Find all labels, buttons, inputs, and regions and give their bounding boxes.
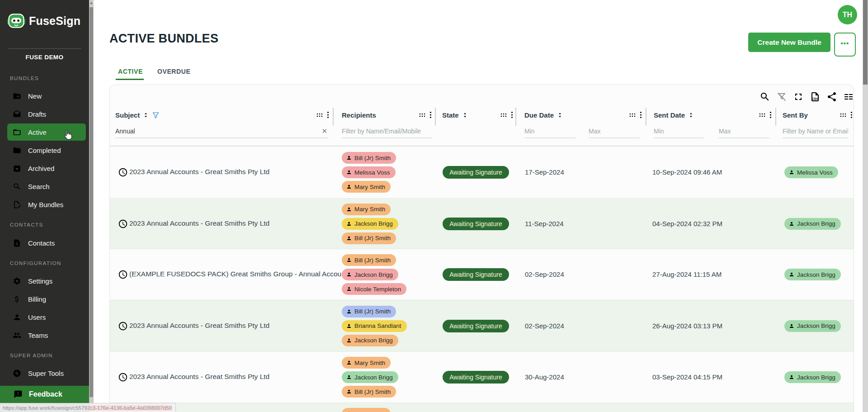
tab-active[interactable]: ACTIVE — [118, 68, 143, 75]
due-date-min-input[interactable] — [524, 125, 576, 137]
recipients-list: Bill (Jr) Smith Jackson Brigg Nicole Tem… — [342, 249, 406, 300]
sort-icon[interactable] — [462, 112, 468, 118]
recipient-chip: Mary Smith — [342, 408, 391, 412]
column-menu-icon[interactable] — [429, 111, 432, 118]
column-header-state[interactable]: State — [442, 110, 468, 120]
share-icon[interactable] — [826, 91, 837, 102]
column-menu-icon[interactable] — [640, 111, 642, 118]
feedback-button[interactable]: Feedback — [0, 386, 89, 403]
column-menu-icon[interactable] — [850, 111, 853, 118]
filter-off-icon[interactable] — [776, 91, 787, 102]
drag-handle-icon[interactable] — [840, 113, 846, 117]
sidebar-item-users[interactable]: Users — [0, 308, 89, 326]
due-date: 30-Aug-2024 — [525, 373, 564, 381]
drag-handle-icon[interactable] — [629, 113, 636, 117]
sidebar-item-billing[interactable]: Billing — [0, 290, 89, 308]
page-title: ACTIVE BUNDLES — [109, 32, 218, 46]
bundle-row[interactable]: 2023 Annual Accounts - Great Smiths Pty … — [110, 351, 854, 403]
sidebar-item-my-bundles[interactable]: My Bundles — [0, 196, 89, 213]
sent-date-min-input[interactable] — [654, 125, 703, 137]
brand-logo[interactable]: FuseSign — [6, 11, 80, 31]
sent-by-filter-input[interactable] — [783, 125, 848, 137]
bundle-subject[interactable]: 2023 Annual Accounts - Great Smiths Pty … — [129, 373, 269, 381]
sidebar-item-contacts[interactable]: Contacts — [0, 234, 89, 251]
more-actions-button[interactable]: ••• — [834, 33, 856, 57]
table-toolbar — [760, 91, 854, 102]
sidebar-item-completed[interactable]: Completed — [0, 142, 89, 159]
column-header-due-date[interactable]: Due Date — [524, 110, 563, 120]
column-header-recipients[interactable]: Recipients — [342, 110, 376, 120]
sidebar-scrollbar[interactable] — [89, 0, 94, 412]
bundle-subject[interactable]: 2023 Annual Accounts - Great Smiths Pty … — [129, 168, 269, 176]
export-csv-icon[interactable] — [810, 91, 821, 102]
due-date-max-input[interactable] — [589, 125, 640, 137]
sent-by-chip: Jackson Brigg — [784, 218, 841, 230]
column-separator — [646, 108, 646, 126]
create-new-bundle-button[interactable]: Create New Bundle — [748, 33, 830, 52]
state-badge: Awaiting Signature — [443, 268, 509, 281]
page-scrollbar[interactable] — [863, 0, 868, 412]
tenant-name: FUSE DEMO — [0, 54, 89, 61]
clear-filter-icon[interactable]: ✕ — [321, 127, 327, 135]
column-separator — [775, 108, 776, 126]
filter-active-icon[interactable] — [152, 111, 160, 119]
drag-handle-icon[interactable] — [419, 113, 425, 117]
recipients-list: Mary Smith — [342, 403, 391, 412]
sent-by-chip: Melissa Voss — [784, 166, 838, 178]
bundle-subject[interactable]: 2023 Annual Accounts - Great Smiths Pty … — [129, 219, 269, 227]
brand-name: FuseSign — [29, 14, 80, 28]
sort-icon[interactable] — [142, 112, 149, 118]
pending-clock-icon — [118, 321, 128, 331]
sidebar-item-search[interactable]: Search — [0, 178, 89, 195]
drag-handle-icon[interactable] — [316, 113, 323, 117]
recipients-filter-input[interactable] — [342, 125, 432, 137]
sent-by-chip: Jackson Brigg — [784, 269, 841, 280]
bundle-row[interactable]: (EXAMPLE FUSEDOCS PACK) Great Smiths Gro… — [110, 249, 854, 300]
bundle-row[interactable]: Mary Smith — [110, 403, 854, 412]
bundle-subject[interactable]: (EXAMPLE FUSEDOCS PACK) Great Smiths Gro… — [129, 270, 351, 278]
sent-date-max-input[interactable] — [719, 125, 770, 137]
user-avatar[interactable]: TH — [838, 5, 857, 24]
sidebar-item-active[interactable]: Active — [7, 123, 86, 141]
row-height-icon[interactable] — [843, 91, 854, 102]
sort-icon[interactable] — [688, 112, 694, 118]
column-header-sent-date[interactable]: Sent Date — [654, 110, 694, 120]
recipient-chip: Nicole Templeton — [342, 283, 406, 295]
column-menu-icon[interactable] — [511, 111, 513, 118]
sidebar-item-drafts[interactable]: Drafts — [0, 105, 89, 123]
sent-date-max-filter — [719, 125, 770, 138]
sidebar-item-teams[interactable]: Teams — [0, 327, 89, 344]
fullscreen-icon[interactable] — [793, 91, 804, 102]
open-folder-icon — [13, 128, 21, 137]
bundle-row[interactable]: 2023 Annual Accounts - Great Smiths Pty … — [110, 198, 854, 249]
column-header-sent-by[interactable]: Sent By — [783, 110, 808, 120]
subject-filter-input[interactable] — [115, 125, 328, 137]
recipient-chip: Brianna Sandlant — [342, 320, 407, 332]
person-icon — [346, 221, 352, 227]
sort-icon[interactable] — [557, 112, 563, 118]
column-menu-icon[interactable] — [327, 111, 329, 118]
person-icon — [346, 323, 352, 329]
drag-handle-icon[interactable] — [500, 113, 507, 117]
section-label-super-admin: SUPER ADMIN — [10, 353, 53, 358]
sidebar: FuseSign FUSE DEMO BUNDLES New Drafts Ac… — [0, 0, 89, 412]
recipient-chip: Bill (Jr) Smith — [342, 386, 396, 398]
drag-handle-icon[interactable] — [759, 113, 765, 117]
section-label-contacts: CONTACTS — [10, 222, 43, 227]
bundle-subject[interactable]: 2023 Annual Accounts - Great Smiths Pty … — [129, 322, 269, 330]
search-icon[interactable] — [760, 91, 770, 102]
sidebar-item-archived[interactable]: Archived — [0, 160, 89, 177]
column-header-subject[interactable]: Subject — [115, 110, 160, 120]
sidebar-item-new[interactable]: New — [0, 87, 89, 104]
page-scrollbar-thumb[interactable] — [863, 0, 868, 85]
bundle-row[interactable]: 2023 Annual Accounts - Great Smiths Pty … — [110, 146, 854, 198]
bundle-row[interactable]: 2023 Annual Accounts - Great Smiths Pty … — [110, 300, 854, 351]
sidebar-item-settings[interactable]: Settings — [0, 272, 89, 289]
sidebar-scrollbar-thumb[interactable] — [90, 7, 93, 397]
column-menu-icon[interactable] — [769, 111, 772, 118]
sidebar-item-super-tools[interactable]: Super Tools — [0, 365, 89, 382]
column-controls-due-date — [629, 111, 642, 118]
scrollbar-up-arrow-icon[interactable] — [90, 2, 93, 4]
tab-overdue[interactable]: OVERDUE — [157, 68, 190, 75]
gear-icon — [13, 277, 21, 285]
